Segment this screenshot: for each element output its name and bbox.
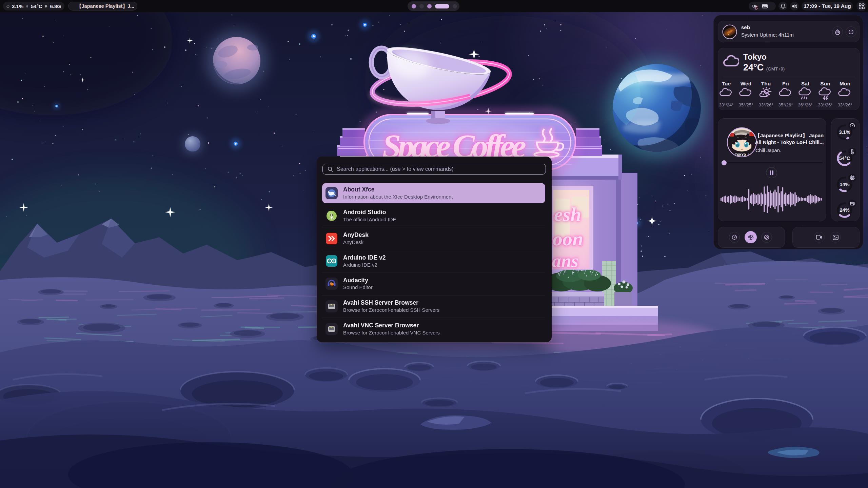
svg-text:esh: esh [554,203,581,225]
svg-text:oon: oon [553,228,583,250]
svg-text:ans: ans [552,251,578,271]
